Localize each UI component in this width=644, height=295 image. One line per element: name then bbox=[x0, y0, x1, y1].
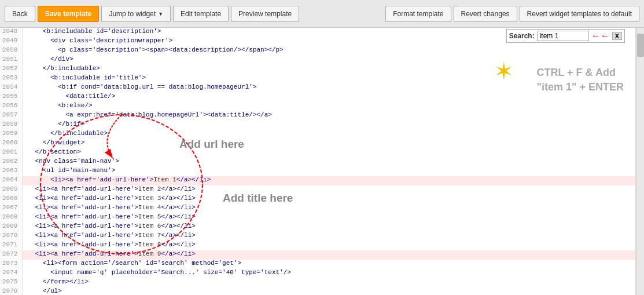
revert-changes-button[interactable]: Revert changes bbox=[454, 6, 517, 22]
code-line: <b:includable id='title'> bbox=[23, 74, 635, 83]
table-row: 2072 <li><a href='add-url-here'>Item 9</… bbox=[0, 250, 635, 260]
line-number: 2048 bbox=[0, 28, 23, 37]
jump-to-widget-button[interactable]: Jump to widget ▼ bbox=[101, 6, 171, 22]
line-number: 2071 bbox=[0, 241, 23, 250]
line-number: 2056 bbox=[0, 102, 23, 111]
line-number: 2063 bbox=[0, 167, 23, 176]
table-row: 2056 <b:else/> bbox=[0, 102, 635, 111]
code-line: </b:if> bbox=[23, 121, 635, 130]
line-number: 2061 bbox=[0, 148, 23, 158]
table-row: 2068 <li><a href='add-url-here'>Item 5</… bbox=[0, 213, 635, 223]
code-line: </form></li> bbox=[23, 278, 635, 287]
code-line: <li><a href='add-url-here'>Item 1</a></l… bbox=[23, 176, 635, 185]
table-row: 2071 <li><a href='add-url-here'>Item 8</… bbox=[0, 241, 635, 250]
scrollbar[interactable] bbox=[636, 28, 644, 295]
search-arrow-icon: ←← bbox=[591, 31, 610, 41]
table-row: 2069 <li><a href='add-url-here'>Item 6</… bbox=[0, 223, 635, 232]
code-line: </b:widget> bbox=[23, 139, 635, 148]
code-line: </b:includable> bbox=[23, 65, 635, 74]
line-number: 2059 bbox=[0, 130, 23, 139]
code-panel[interactable]: Search: ←← X 2048 <b:includable id='desc… bbox=[0, 28, 636, 295]
jump-to-widget-label: Jump to widget bbox=[109, 10, 156, 18]
line-number: 2070 bbox=[0, 232, 23, 241]
table-row: 2067 <li><a href='add-url-here'>Item 4</… bbox=[0, 204, 635, 213]
editor-container: Search: ←← X 2048 <b:includable id='desc… bbox=[0, 28, 644, 295]
line-number: 2060 bbox=[0, 139, 23, 148]
code-line: <a expr:href='data:blog.homepageUrl'><da… bbox=[23, 111, 635, 121]
table-row: 2058 </b:if> bbox=[0, 121, 635, 130]
code-line: <p class='description'><span><data:descr… bbox=[23, 46, 635, 56]
table-row: 2054 <b:if cond='data:blog.url == data:b… bbox=[0, 83, 635, 93]
code-line: <li><a href='add-url-here'>Item 5</a></l… bbox=[23, 213, 635, 223]
line-number: 2065 bbox=[0, 185, 23, 195]
table-row: 2063 <ul id='main-menu'> bbox=[0, 167, 635, 176]
code-line: <li><form action='/search' id='search' m… bbox=[23, 260, 635, 269]
line-number: 2057 bbox=[0, 111, 23, 121]
revert-default-button[interactable]: Revert widget templates to default bbox=[520, 6, 639, 22]
search-close-button[interactable]: X bbox=[612, 32, 622, 40]
code-line: </ul> bbox=[23, 287, 635, 295]
code-line: <li><a href='add-url-here'>Item 8</a></l… bbox=[23, 241, 635, 250]
code-line: <li><a href='add-url-here'>Item 6</a></l… bbox=[23, 223, 635, 232]
table-row: 2065 <li><a href='add-url-here'>Item 2</… bbox=[0, 185, 635, 195]
table-row: 2059 </b:includable> bbox=[0, 130, 635, 139]
table-row: 2051 </div> bbox=[0, 56, 635, 65]
code-table: 2048 <b:includable id='description'>2049… bbox=[0, 28, 635, 295]
code-line: <li><a href='add-url-here'>Item 9</a></l… bbox=[23, 250, 635, 260]
line-number: 2064 bbox=[0, 176, 23, 185]
code-line: <li><a href='add-url-here'>Item 4</a></l… bbox=[23, 204, 635, 213]
code-line: <b:if cond='data:blog.url == data:blog.h… bbox=[23, 83, 635, 93]
line-number: 2054 bbox=[0, 83, 23, 93]
code-line: </div> bbox=[23, 56, 635, 65]
line-number: 2074 bbox=[0, 269, 23, 278]
table-row: 2066 <li><a href='add-url-here'>Item 3</… bbox=[0, 195, 635, 204]
preview-template-button[interactable]: Preview template bbox=[231, 6, 299, 22]
search-input[interactable] bbox=[537, 31, 589, 41]
table-row: 2055 <data:title/> bbox=[0, 93, 635, 102]
table-row: 2070 <li><a href='add-url-here'>Item 7</… bbox=[0, 232, 635, 241]
line-number: 2049 bbox=[0, 37, 23, 46]
code-line: <b:else/> bbox=[23, 102, 635, 111]
table-row: 2050 <p class='description'><span><data:… bbox=[0, 46, 635, 56]
code-line: </b:includable> bbox=[23, 130, 635, 139]
table-row: 2057 <a expr:href='data:blog.homepageUrl… bbox=[0, 111, 635, 121]
line-number: 2068 bbox=[0, 213, 23, 223]
code-line: <input name='q' placeholder='Search...' … bbox=[23, 269, 635, 278]
line-number: 2075 bbox=[0, 278, 23, 287]
table-row: 2052 </b:includable> bbox=[0, 65, 635, 74]
line-number: 2051 bbox=[0, 56, 23, 65]
line-number: 2073 bbox=[0, 260, 23, 269]
table-row: 2064 <li><a href='add-url-here'>Item 1</… bbox=[0, 176, 635, 185]
toolbar: Back Save template Jump to widget ▼ Edit… bbox=[0, 0, 644, 28]
code-line: <li><a href='add-url-here'>Item 7</a></l… bbox=[23, 232, 635, 241]
line-number: 2066 bbox=[0, 195, 23, 204]
search-label: Search: bbox=[509, 32, 535, 40]
table-row: 2061 </b:section> bbox=[0, 148, 635, 158]
line-number: 2053 bbox=[0, 74, 23, 83]
line-number: 2050 bbox=[0, 46, 23, 56]
line-number: 2067 bbox=[0, 204, 23, 213]
table-row: 2076 </ul> bbox=[0, 287, 635, 295]
code-line: </b:section> bbox=[23, 148, 635, 158]
back-button[interactable]: Back bbox=[5, 6, 35, 22]
code-line: <li><a href='add-url-here'>Item 2</a></l… bbox=[23, 185, 635, 195]
search-bar: Search: ←← X bbox=[506, 29, 625, 43]
scrollbar-thumb[interactable] bbox=[637, 34, 644, 57]
table-row: 2075 </form></li> bbox=[0, 278, 635, 287]
line-number: 2058 bbox=[0, 121, 23, 130]
line-number: 2055 bbox=[0, 93, 23, 102]
format-template-button[interactable]: Format template bbox=[385, 6, 451, 22]
code-line: <nav class='main-nav'> bbox=[23, 158, 635, 167]
table-row: 2062 <nav class='main-nav'> bbox=[0, 158, 635, 167]
line-number: 2069 bbox=[0, 223, 23, 232]
line-number: 2062 bbox=[0, 158, 23, 167]
code-line: <li><a href='add-url-here'>Item 3</a></l… bbox=[23, 195, 635, 204]
edit-template-button[interactable]: Edit template bbox=[173, 6, 229, 22]
code-line: <ul id='main-menu'> bbox=[23, 167, 635, 176]
table-row: 2074 <input name='q' placeholder='Search… bbox=[0, 269, 635, 278]
table-row: 2060 </b:widget> bbox=[0, 139, 635, 148]
chevron-down-icon: ▼ bbox=[158, 11, 163, 17]
line-number: 2076 bbox=[0, 287, 23, 295]
line-number: 2052 bbox=[0, 65, 23, 74]
save-template-button[interactable]: Save template bbox=[38, 6, 100, 22]
